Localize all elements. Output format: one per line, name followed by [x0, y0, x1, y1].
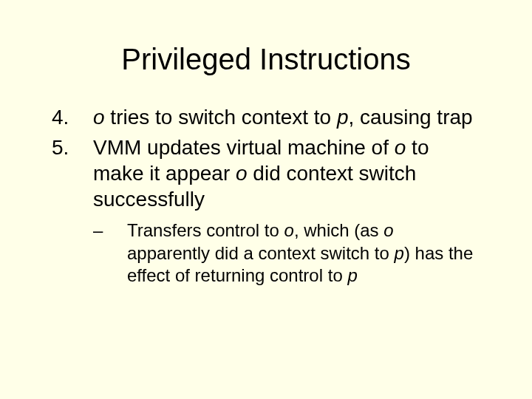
list-item: 4. o tries to switch context to p, causi… [52, 104, 480, 130]
list-text: o tries to switch context to p, causing … [93, 104, 480, 130]
slide: Privileged Instructions 4. o tries to sw… [0, 0, 532, 399]
list-text: VMM updates virtual machine of o to make… [93, 134, 480, 212]
sub-item: – Transfers control to o, which (as o ap… [93, 219, 497, 287]
list-item: 5. VMM updates virtual machine of o to m… [52, 134, 480, 212]
list-number: 4. [52, 104, 93, 130]
sub-bullet: – [93, 219, 127, 287]
list-number: 5. [52, 134, 93, 212]
main-list: 4. o tries to switch context to p, causi… [35, 104, 497, 212]
sub-text: Transfers control to o, which (as o appa… [127, 219, 477, 287]
slide-title: Privileged Instructions [35, 43, 497, 76]
